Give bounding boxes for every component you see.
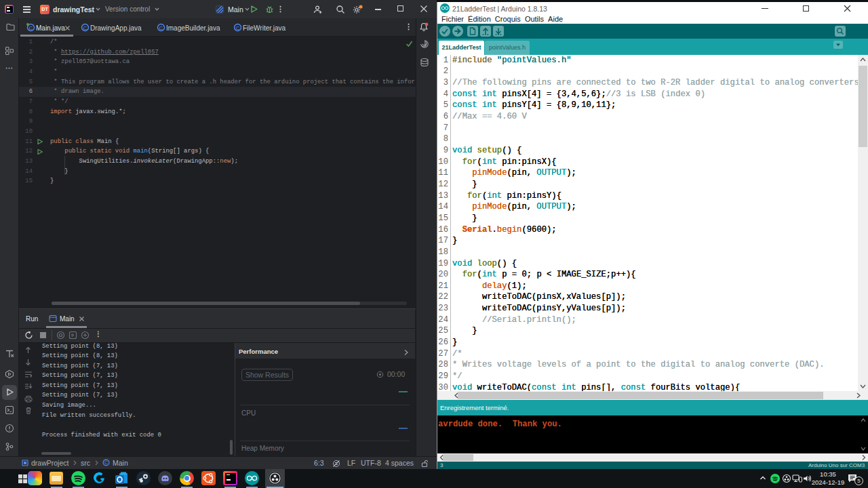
- svg-text:C: C: [29, 25, 33, 31]
- svg-text:C: C: [236, 25, 240, 31]
- svg-text:C: C: [159, 25, 163, 31]
- svg-text:C: C: [83, 25, 87, 31]
- svg-text:C: C: [104, 460, 108, 465]
